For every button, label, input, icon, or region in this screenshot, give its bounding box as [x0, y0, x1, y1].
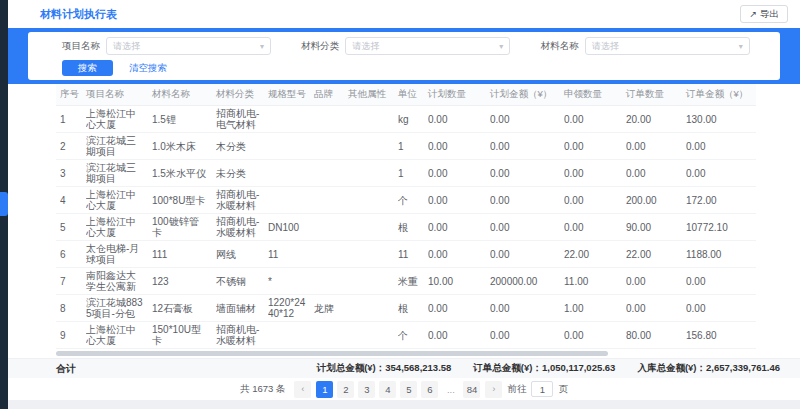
table-cell: 木分类 [212, 133, 264, 160]
table-cell: 0.00 [486, 322, 560, 349]
page-button[interactable]: 3 [358, 381, 375, 398]
column-header: 其他属性 [344, 84, 394, 106]
table-cell [264, 322, 310, 349]
filter-row: 项目名称请选择▾材料分类请选择▾材料名称请选择▾ [62, 36, 764, 56]
column-header: 订单数量 [622, 84, 682, 106]
select-placeholder: 请选择 [352, 40, 499, 53]
filter-section: 项目名称请选择▾材料分类请选择▾材料名称请选择▾ 搜索 清空搜索 [8, 28, 800, 84]
table-cell: 米重 [394, 268, 424, 295]
table-cell: 1 [394, 133, 424, 160]
table-cell: 11 [394, 241, 424, 268]
table-cell [344, 160, 394, 187]
export-button[interactable]: ↗ 导出 [740, 5, 788, 23]
table-cell: 2 [56, 133, 82, 160]
table-cell: 200000.00 [486, 268, 560, 295]
sidebar-expand-handle[interactable] [0, 192, 8, 216]
table-cell: 11 [264, 241, 310, 268]
table-cell [310, 160, 344, 187]
summary-total-value: 2,657,339,761.46 [706, 362, 780, 373]
table-row[interactable]: 8滨江花城8835项目-分包12石膏板墙面辅材1220*2440*12龙牌根0.… [56, 295, 756, 322]
column-header: 品牌 [310, 84, 344, 106]
table-cell: 111 [148, 241, 212, 268]
table-cell: 网线 [212, 241, 264, 268]
export-label: 导出 [760, 8, 779, 21]
table-cell: 根 [394, 214, 424, 241]
table-cell [344, 106, 394, 133]
column-header: 计划金额（¥） [486, 84, 560, 106]
search-button[interactable]: 搜索 [62, 60, 113, 76]
table-cell: 不锈钢 [212, 268, 264, 295]
table-cell: 0.00 [622, 133, 682, 160]
table-cell [310, 214, 344, 241]
table-cell: 个 [394, 187, 424, 214]
table-cell: 11.00 [560, 268, 622, 295]
goto-page-input[interactable] [531, 381, 553, 397]
page-button[interactable]: 2 [337, 381, 354, 398]
clear-search-button[interactable]: 清空搜索 [123, 60, 173, 76]
table-cell: 墙面辅材 [212, 295, 264, 322]
table-cell: 12石膏板 [148, 295, 212, 322]
table-cell: 0.00 [424, 322, 486, 349]
table-cell: 150*10U型卡 [148, 322, 212, 349]
summary-row: 合计 计划总金额(¥)：354,568,213.58订单总金额(¥)：1,050… [8, 358, 800, 378]
table-cell: 滨江花城8835项目-分包 [82, 295, 148, 322]
table-row[interactable]: 5上海松江中心大厦100镀锌管卡招商机电-水暖材料DN100根0.000.000… [56, 214, 756, 241]
table-cell: 0.00 [424, 106, 486, 133]
goto-suffix-label: 页 [558, 383, 568, 396]
table-cell: 3 [56, 160, 82, 187]
summary-total: 计划总金额(¥)：354,568,213.58 [317, 362, 452, 375]
page-button[interactable]: 1 [316, 381, 333, 398]
table-row[interactable]: 1上海松江中心大厦1.5锂招商机电-电气材料kg0.000.000.0020.0… [56, 106, 756, 133]
table-row[interactable]: 9上海松江中心大厦150*10U型卡招商机电-水暖材料个0.000.000.00… [56, 322, 756, 349]
select-placeholder: 请选择 [113, 40, 260, 53]
page-button[interactable]: 5 [400, 381, 417, 398]
page-button[interactable]: 84 [463, 381, 480, 398]
column-header: 单位 [394, 84, 424, 106]
table-body: 1上海松江中心大厦1.5锂招商机电-电气材料kg0.000.000.0020.0… [56, 106, 756, 349]
table-cell: 22.00 [622, 241, 682, 268]
prev-page-button[interactable]: ‹ [294, 381, 311, 398]
table-cell: 0.00 [486, 106, 560, 133]
table-row[interactable]: 2滨江花城三期项目1.0米木床木分类10.000.000.000.000.00 [56, 133, 756, 160]
page-buttons: 123456...84 [316, 381, 480, 398]
summary-total-value: 1,050,117,025.63 [542, 362, 615, 373]
scrollbar-thumb[interactable] [56, 351, 608, 356]
table-cell: 6 [56, 241, 82, 268]
table-row[interactable]: 7南阳鑫达大学生公寓新建123不锈钢*米重10.00200000.0011.00… [56, 268, 756, 295]
table-cell: 0.00 [682, 160, 756, 187]
table-cell [344, 187, 394, 214]
table-cell: 0.00 [486, 187, 560, 214]
summary-total: 入库总金额(¥)：2,657,339,761.46 [637, 362, 780, 375]
page-ellipsis[interactable]: ... [442, 381, 459, 398]
page-title: 材料计划执行表 [40, 7, 117, 22]
filter-select[interactable]: 请选择▾ [585, 37, 750, 55]
table-row[interactable]: 4上海松江中心大厦100*8U型卡招商机电-水暖材料个0.000.000.002… [56, 187, 756, 214]
topbar: 材料计划执行表 ↗ 导出 [8, 0, 800, 28]
table-header-row: 序号项目名称材料名称材料分类规格型号品牌其他属性单位计划数量计划金额（¥）申领数… [56, 84, 756, 106]
column-header: 计划数量 [424, 84, 486, 106]
table-cell: 0.00 [486, 214, 560, 241]
table-cell: 0.00 [486, 241, 560, 268]
table-cell: 1.00 [560, 295, 622, 322]
table-cell: 滨江花城三期项目 [82, 160, 148, 187]
table-cell [344, 241, 394, 268]
page-button[interactable]: 4 [379, 381, 396, 398]
table-row[interactable]: 3滨江花城三期项目1.5米水平仪未分类10.000.000.000.000.00 [56, 160, 756, 187]
filter-actions: 搜索 清空搜索 [62, 60, 764, 76]
table-cell: 9 [56, 322, 82, 349]
filter-select[interactable]: 请选择▾ [106, 37, 271, 55]
next-page-button[interactable]: › [485, 381, 502, 398]
page-button[interactable]: 6 [421, 381, 438, 398]
table-cell: 0.00 [424, 187, 486, 214]
table-cell: 1 [394, 160, 424, 187]
filter-select[interactable]: 请选择▾ [345, 37, 510, 55]
column-header: 项目名称 [82, 84, 148, 106]
chevron-down-icon: ▾ [739, 42, 743, 51]
table-cell: 7 [56, 268, 82, 295]
table-cell: 上海松江中心大厦 [82, 322, 148, 349]
table-cell: 太仓电梯-月球项目 [82, 241, 148, 268]
table-row[interactable]: 6太仓电梯-月球项目111网线11110.000.0022.0022.00118… [56, 241, 756, 268]
summary-total-label: 计划总金额(¥)： [317, 362, 386, 373]
horizontal-scrollbar[interactable] [56, 351, 792, 356]
table-cell: 招商机电-水暖材料 [212, 214, 264, 241]
